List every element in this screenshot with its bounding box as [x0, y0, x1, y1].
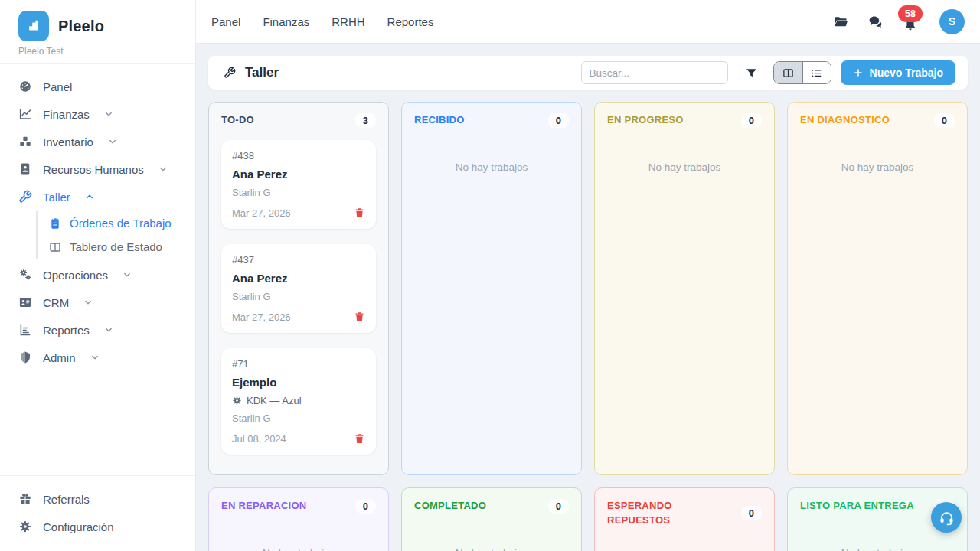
work-order-device: KDK — Azul	[232, 395, 365, 406]
id-badge-icon	[18, 162, 32, 176]
sidebar-item-label: Finanzas	[43, 108, 90, 121]
work-order-id: #437	[232, 254, 365, 266]
empty-column-message: No hay trabajos	[414, 161, 569, 173]
sidebar-item-tablero-de-estado[interactable]: Tablero de Estado	[38, 235, 195, 259]
sidebar-item-label: Configuración	[43, 520, 114, 533]
kanban-view-icon	[782, 67, 794, 79]
sidebar-item-recursos-humanos[interactable]: Recursos Humanos	[0, 155, 195, 183]
column-title: ESPERANDO REPUESTOS	[607, 499, 699, 528]
support-chat-button[interactable]	[931, 502, 962, 533]
work-order-id: #71	[232, 358, 365, 370]
view-toggle-group	[773, 61, 831, 84]
sidebar-item-inventario[interactable]: Inventario	[0, 128, 195, 155]
gift-icon	[18, 492, 32, 506]
page-title: Taller	[245, 65, 279, 80]
nav-link-finanzas[interactable]: Finanzas	[263, 15, 309, 28]
taller-submenu: Órdenes de Trabajo Tablero de Estado	[36, 211, 195, 259]
gear-icon	[18, 520, 32, 533]
bar-chart-icon	[18, 323, 32, 337]
sidebar-menu: Panel Finanzas Inventario Recursos Human…	[0, 64, 195, 371]
chevron-down-icon	[107, 136, 118, 147]
sidebar-item-label: Operaciones	[43, 269, 108, 282]
kanban-column-completado: COMPLETADO 0 No hay trabajos	[401, 487, 582, 551]
work-order-client: Ana Perez	[232, 272, 365, 285]
brand-block: Pleelo Pleelo Test	[0, 0, 195, 63]
sidebar-item-crm[interactable]: CRM	[0, 289, 195, 316]
sidebar-item-label: CRM	[43, 296, 69, 309]
sidebar-item-panel[interactable]: Panel	[0, 73, 195, 100]
delete-work-order-button[interactable]	[354, 311, 365, 323]
page-title-block: Taller	[224, 65, 279, 80]
notification-badge: 58	[898, 5, 923, 22]
search-input[interactable]	[581, 61, 728, 84]
sidebar-item-label: Referrals	[43, 493, 90, 506]
chevron-down-icon	[103, 109, 114, 119]
work-order-card[interactable]: #71 Ejemplo KDK — Azul Starlin G Jul 08,…	[221, 348, 376, 455]
new-work-order-button[interactable]: Nuevo Trabajo	[841, 60, 956, 85]
clipboard-icon	[49, 217, 61, 230]
sidebar-item-admin[interactable]: Admin	[0, 344, 195, 371]
sidebar-item-label: Inventario	[43, 135, 93, 148]
funnel-icon[interactable]	[745, 67, 758, 80]
work-order-date: Jul 08, 2024	[232, 433, 286, 445]
shield-icon	[18, 350, 32, 364]
top-nav: Panel Finanzas RRHH Reportes 58 S	[196, 0, 980, 44]
wrench-icon	[18, 190, 32, 204]
kanban-column-en-diagnostico: EN DIAGNOSTICO 0 No hay trabajos	[787, 102, 968, 475]
sidebar-item-label: Tablero de Estado	[70, 240, 162, 253]
user-avatar[interactable]: S	[939, 9, 965, 34]
column-count-badge: 0	[934, 113, 955, 128]
nav-link-reportes[interactable]: Reportes	[387, 15, 434, 28]
sidebar-item-operaciones[interactable]: Operaciones	[0, 261, 195, 289]
kanban-column-recibido: RECIBIDO 0 No hay trabajos	[401, 102, 582, 475]
empty-column-message: No hay trabajos	[221, 547, 376, 551]
new-work-order-label: Nuevo Trabajo	[870, 67, 943, 79]
sidebar-item-ordenes-de-trabajo[interactable]: Órdenes de Trabajo	[38, 211, 195, 235]
list-view-button[interactable]	[802, 62, 831, 83]
sidebar-item-reportes[interactable]: Reportes	[0, 316, 195, 344]
content-area: Taller Nuevo Trabajo TO-DO 3	[196, 44, 980, 551]
column-title: LISTO PARA ENTREGA	[800, 499, 914, 514]
column-title: COMPLETADO	[414, 499, 486, 514]
empty-column-message: No hay trabajos	[414, 547, 569, 551]
sidebar-item-configuracion[interactable]: Configuración	[0, 513, 195, 540]
sidebar-item-taller[interactable]: Taller	[0, 183, 195, 210]
kanban-view-button[interactable]	[774, 62, 802, 83]
sidebar-item-label: Panel	[43, 80, 72, 93]
column-count-badge: 3	[355, 113, 376, 128]
chevron-down-icon	[103, 324, 114, 335]
delete-work-order-button[interactable]	[354, 207, 365, 219]
kanban-column-todo: TO-DO 3 #438 Ana Perez Starlin G Mar 27,…	[208, 102, 389, 475]
column-count-badge: 0	[741, 113, 762, 128]
nav-link-rrhh[interactable]: RRHH	[332, 15, 364, 28]
chat-bubbles-icon[interactable]	[868, 15, 883, 29]
wrench-icon	[224, 67, 236, 79]
work-order-card[interactable]: #438 Ana Perez Starlin G Mar 27, 2026	[221, 140, 376, 229]
contact-card-icon	[18, 295, 32, 309]
gears-icon	[18, 268, 32, 282]
folder-open-icon[interactable]	[834, 15, 848, 29]
sidebar-footer: Referrals Configuración	[0, 475, 195, 551]
main-area: Panel Finanzas RRHH Reportes 58 S Taller	[196, 0, 980, 551]
trash-icon	[354, 207, 365, 219]
delete-work-order-button[interactable]	[354, 432, 365, 445]
gauge-icon	[18, 80, 32, 93]
work-order-card[interactable]: #437 Ana Perez Starlin G Mar 27, 2026	[221, 244, 376, 333]
nav-link-panel[interactable]: Panel	[211, 15, 240, 28]
work-order-assignee: Starlin G	[232, 187, 365, 198]
chevron-up-icon	[84, 191, 95, 202]
sidebar-item-finanzas[interactable]: Finanzas	[0, 100, 195, 128]
boxes-icon	[18, 135, 32, 148]
sidebar-item-referrals[interactable]: Referrals	[0, 485, 195, 513]
page-toolbar: Taller Nuevo Trabajo	[208, 56, 968, 90]
notifications-button[interactable]: 58	[903, 13, 920, 30]
chevron-down-icon	[158, 164, 168, 174]
column-title: TO-DO	[221, 113, 254, 128]
pleelo-logo[interactable]	[18, 11, 49, 41]
sidebar: Pleelo Pleelo Test Panel Finanzas Invent…	[0, 0, 196, 551]
empty-column-message: No hay trabajos	[800, 161, 955, 173]
list-view-icon	[811, 67, 822, 79]
chevron-down-icon	[83, 297, 93, 308]
empty-column-message: No hay trabajos	[800, 547, 955, 551]
kanban-column-en-progreso: EN PROGRESO 0 No hay trabajos	[594, 102, 775, 475]
